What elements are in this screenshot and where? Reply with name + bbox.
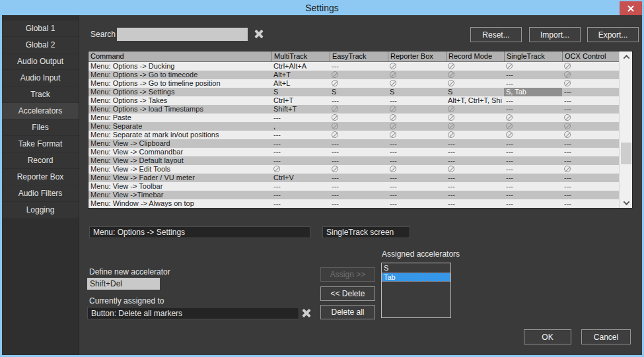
shortcut-cell[interactable]: --- [562,105,573,114]
column-header-command[interactable]: Command [89,51,271,61]
shortcut-cell[interactable]: --- [504,148,562,156]
shortcut-cell[interactable]: --- [562,199,573,208]
table-row[interactable]: Menu: Window -> Always on top-----------… [89,199,632,208]
sidebar-item-accelerators[interactable]: Accelerators [2,103,79,119]
command-cell[interactable]: Menu: View -> Toolbar [89,182,271,191]
cancel-button[interactable]: Cancel [581,329,631,344]
search-input[interactable] [117,28,248,41]
shortcut-cell[interactable]: S [271,88,330,96]
currently-assigned-clear-icon[interactable] [301,308,312,319]
shortcut-cell[interactable]: , [271,122,330,131]
shortcut-cell[interactable] [330,105,388,114]
shortcut-cell[interactable] [562,165,573,174]
shortcut-cell[interactable]: Ctrl+V [271,174,330,182]
shortcut-cell[interactable]: --- [504,71,562,79]
shortcut-cell[interactable]: --- [562,139,573,148]
command-cell[interactable]: Menu: View -> Default layout [89,156,271,165]
shortcut-cell[interactable]: --- [504,199,562,208]
shortcut-cell[interactable]: --- [446,156,504,165]
import-button[interactable]: Import... [529,27,581,42]
shortcut-cell[interactable]: --- [271,199,330,208]
sidebar-item-track[interactable]: Track [2,86,79,102]
shortcut-cell[interactable]: --- [504,182,562,191]
shortcut-cell[interactable]: --- [446,199,504,208]
new-accelerator-input[interactable] [87,278,160,290]
search-clear-icon[interactable] [253,28,264,40]
shortcut-cell[interactable]: --- [330,156,388,165]
shortcut-cell[interactable] [446,122,504,131]
shortcut-cell[interactable] [446,79,504,88]
ok-button[interactable]: OK [524,329,571,344]
shortcut-cell[interactable] [388,165,446,174]
command-cell[interactable]: Menu: View -> Edit Tools [89,165,271,174]
command-cell[interactable]: Menu: Options -> Ducking [89,62,271,71]
table-row[interactable]: Menu: Options -> SettingsSSSSS, Tab--- [89,88,632,96]
command-cell[interactable]: Menu: Paste [89,114,271,122]
shortcut-cell[interactable]: --- [562,191,573,199]
sidebar-item-record[interactable]: Record [2,152,79,168]
shortcut-cell[interactable]: Alt+L [271,79,330,88]
shortcut-cell[interactable]: --- [388,139,446,148]
column-header-record-mode[interactable]: Record Mode [446,51,504,61]
shortcut-cell[interactable]: --- [504,165,562,174]
command-cell[interactable]: Menu: Options -> Go to timecode [89,71,271,79]
shortcut-cell[interactable]: --- [562,88,573,96]
shortcut-cell[interactable]: S [388,88,446,96]
shortcut-cell[interactable]: S [330,88,388,96]
assigned-accelerator-item[interactable]: Tab [382,273,450,282]
shortcut-cell[interactable]: Alt+T [271,71,330,79]
command-cell[interactable]: Menu: View -> Commandbar [89,148,271,156]
shortcut-cell[interactable]: --- [446,182,504,191]
delete-button[interactable]: << Delete [320,286,375,301]
shortcut-cell[interactable]: --- [271,182,330,191]
shortcut-cell[interactable]: --- [271,131,330,139]
shortcut-cell[interactable] [446,62,504,71]
vertical-scrollbar[interactable] [619,51,632,208]
shortcut-cell[interactable]: --- [330,96,388,105]
column-header-ocx-control[interactable]: OCX Control [562,51,608,61]
table-row[interactable]: Menu: Separate at mark in/out positions-… [89,131,632,139]
command-cell[interactable]: Menu: Separate [89,122,271,131]
shortcut-cell[interactable] [330,114,388,122]
shortcut-cell[interactable]: --- [388,174,446,182]
shortcut-cell[interactable]: --- [330,148,388,156]
shortcut-cell[interactable] [446,105,504,114]
shortcut-cell[interactable] [388,62,446,71]
sidebar-item-take-format[interactable]: Take Format [2,136,79,152]
shortcut-cell[interactable] [388,122,446,131]
shortcut-cell[interactable]: --- [504,79,562,88]
shortcut-cell[interactable]: --- [562,96,573,105]
table-row[interactable]: Menu: View -> Commandbar----------------… [89,148,632,156]
shortcut-cell[interactable] [388,131,446,139]
shortcut-cell[interactable] [562,71,573,79]
shortcut-cell[interactable] [562,114,573,122]
sidebar-item-global-2[interactable]: Global 2 [2,37,79,53]
column-header-singletrack[interactable]: SingleTrack [504,51,562,61]
shortcut-cell[interactable]: --- [446,174,504,182]
shortcut-cell[interactable] [330,71,388,79]
shortcut-cell[interactable]: --- [562,148,573,156]
shortcut-cell[interactable]: --- [271,148,330,156]
shortcut-cell[interactable] [446,131,504,139]
sidebar-item-logging[interactable]: Logging [2,202,79,218]
scroll-down-button[interactable] [620,197,633,208]
close-button[interactable] [620,1,642,15]
shortcut-cell[interactable]: --- [271,114,330,122]
shortcut-cell[interactable] [330,131,388,139]
sidebar-item-audio-output[interactable]: Audio Output [2,53,79,69]
shortcut-cell[interactable]: Shift+T [271,105,330,114]
shortcut-cell[interactable]: --- [388,156,446,165]
table-row[interactable]: Menu: View -> Edit Tools--- [89,165,632,174]
shortcut-cell[interactable]: Ctrl+Alt+A [271,62,330,71]
column-header-easytrack[interactable]: EasyTrack [330,51,388,61]
command-cell[interactable]: Menu: Options -> Go to timeline position [89,79,271,88]
shortcut-cell[interactable]: Alt+T, Ctrl+T, Shi [446,96,504,105]
delete-all-button[interactable]: Delete all [320,305,375,319]
shortcut-cell[interactable]: --- [504,191,562,199]
shortcut-cell[interactable]: S, Tab [504,88,562,96]
table-row[interactable]: Menu: Separate, [89,122,632,131]
shortcut-cell[interactable] [330,165,388,174]
shortcut-cell[interactable] [388,71,446,79]
assign-button[interactable]: Assign >> [320,267,375,282]
sidebar-item-audio-input[interactable]: Audio Input [2,70,79,86]
